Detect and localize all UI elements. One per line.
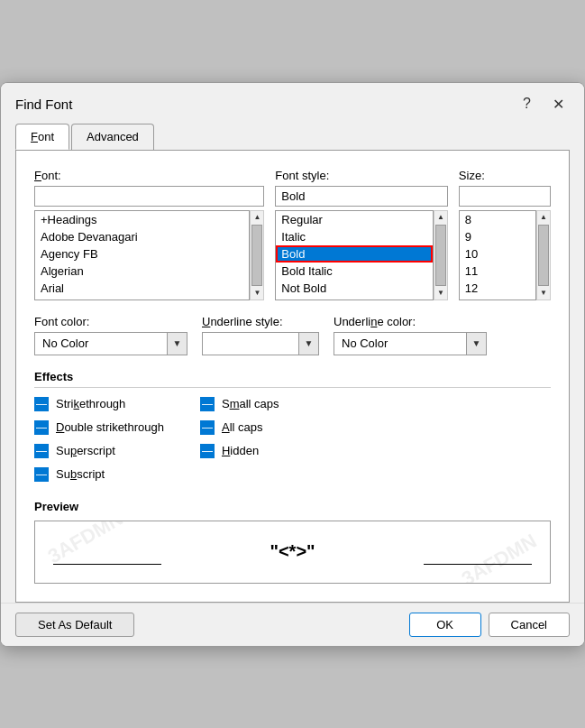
tab-font-label: Font bbox=[31, 130, 54, 143]
font-color-group: Font color: No Color ▼ bbox=[34, 315, 187, 355]
list-item[interactable]: Regular bbox=[276, 211, 433, 228]
find-font-dialog: Find Font ? ✕ Font Advanced Font: bbox=[0, 82, 585, 647]
list-item[interactable]: Bold Italic bbox=[276, 263, 433, 280]
style-group: Font style: Regular Italic Bold Bold Ita… bbox=[275, 169, 448, 300]
effects-col-left: — Strikethrough — Double strikethrough —… bbox=[34, 397, 164, 482]
style-scrollbar[interactable]: ▲ ▼ bbox=[434, 210, 448, 300]
size-list-area: 8 9 10 11 12 ▲ ▼ bbox=[459, 210, 551, 300]
small-caps-label: Small caps bbox=[222, 397, 279, 410]
size-input[interactable] bbox=[459, 186, 551, 207]
font-listbox[interactable]: +Headings Adobe Devanagari Agency FB Alg… bbox=[34, 210, 250, 300]
subscript-label: Subscript bbox=[56, 467, 105, 481]
style-list-area: Regular Italic Bold Bold Italic Not Bold… bbox=[275, 210, 448, 300]
list-item[interactable]: 12 bbox=[460, 280, 535, 297]
strikethrough-checkbox[interactable]: — bbox=[34, 397, 49, 411]
underline-color-value: No Color bbox=[334, 334, 466, 353]
list-item[interactable]: 9 bbox=[460, 228, 535, 245]
list-item[interactable]: Algerian bbox=[35, 263, 249, 280]
scroll-thumb[interactable] bbox=[251, 225, 262, 286]
underline-style-arrow[interactable]: ▼ bbox=[298, 333, 318, 355]
font-scrollbar[interactable]: ▲ ▼ bbox=[250, 210, 264, 300]
tab-advanced[interactable]: Advanced bbox=[71, 124, 154, 150]
size-group: Size: 8 9 10 11 12 ▲ ▼ bbox=[459, 169, 551, 300]
style-listbox[interactable]: Regular Italic Bold Bold Italic Not Bold bbox=[275, 210, 434, 300]
font-label: Font: bbox=[34, 169, 264, 182]
size-scrollbar[interactable]: ▲ ▼ bbox=[536, 210, 551, 300]
size-listbox[interactable]: 8 9 10 11 12 bbox=[459, 210, 536, 300]
list-item[interactable]: 10 bbox=[460, 245, 535, 263]
hidden-checkbox[interactable]: — bbox=[200, 444, 215, 458]
double-strikethrough-label: Double strikethrough bbox=[56, 420, 164, 434]
tab-advanced-label: Advanced bbox=[87, 130, 139, 143]
style-input[interactable] bbox=[275, 186, 448, 207]
underline-color-group: Underline color: No Color ▼ bbox=[334, 315, 487, 355]
dialog-footer: Set As Default OK Cancel bbox=[1, 603, 584, 646]
strikethrough-label: Strikethrough bbox=[56, 397, 125, 410]
effect-small-caps[interactable]: — Small caps bbox=[200, 397, 279, 411]
hidden-label: Hidden bbox=[222, 444, 259, 457]
list-item[interactable]: 8 bbox=[460, 211, 535, 228]
preview-line-left bbox=[53, 564, 161, 565]
watermark-1: 3AFDMN bbox=[44, 521, 127, 568]
dialog-title: Find Font bbox=[15, 97, 72, 112]
effect-subscript[interactable]: — Subscript bbox=[34, 467, 164, 482]
list-item[interactable]: +Headings bbox=[35, 211, 249, 228]
tabs: Font Advanced bbox=[1, 115, 584, 150]
style-label: Font style: bbox=[275, 169, 448, 182]
scroll-down-arrow[interactable]: ▼ bbox=[251, 287, 263, 299]
list-item[interactable]: Arial bbox=[35, 280, 249, 297]
scroll-down-arrow[interactable]: ▼ bbox=[434, 287, 447, 299]
font-input[interactable] bbox=[34, 186, 264, 207]
underline-style-dropdown[interactable]: ▼ bbox=[202, 332, 319, 355]
list-item[interactable]: Not Bold bbox=[276, 280, 433, 297]
preview-section: Preview 3AFDMN 3AFDMN "<*>" bbox=[34, 500, 551, 584]
close-button[interactable]: ✕ bbox=[547, 94, 570, 115]
superscript-label: Superscript bbox=[56, 444, 115, 457]
font-color-arrow[interactable]: ▼ bbox=[167, 333, 187, 355]
list-item[interactable]: 11 bbox=[460, 263, 535, 280]
list-item[interactable]: Agency FB bbox=[35, 245, 249, 263]
dialog-body: Font: +Headings Adobe Devanagari Agency … bbox=[15, 150, 570, 603]
set-default-button[interactable]: Set As Default bbox=[15, 613, 134, 637]
color-row: Font color: No Color ▼ Underline style: … bbox=[34, 315, 551, 355]
font-list-area: +Headings Adobe Devanagari Agency FB Alg… bbox=[34, 210, 264, 300]
effect-strikethrough[interactable]: — Strikethrough bbox=[34, 397, 164, 411]
scroll-up-arrow[interactable]: ▲ bbox=[251, 211, 263, 224]
effect-all-caps[interactable]: — All caps bbox=[200, 420, 279, 435]
scroll-down-arrow[interactable]: ▼ bbox=[537, 287, 550, 299]
preview-text: "<*>" bbox=[270, 541, 315, 562]
preview-title: Preview bbox=[34, 500, 551, 513]
double-strikethrough-checkbox[interactable]: — bbox=[34, 420, 49, 435]
title-bar-right: ? ✕ bbox=[517, 94, 570, 115]
underline-color-dropdown[interactable]: No Color ▼ bbox=[334, 332, 487, 355]
size-label: Size: bbox=[459, 169, 551, 182]
preview-line-right bbox=[424, 564, 532, 565]
all-caps-checkbox[interactable]: — bbox=[200, 420, 215, 435]
subscript-checkbox[interactable]: — bbox=[34, 467, 49, 482]
small-caps-checkbox[interactable]: — bbox=[200, 397, 215, 411]
effect-hidden[interactable]: — Hidden bbox=[200, 444, 279, 458]
help-button[interactable]: ? bbox=[517, 94, 536, 114]
footer-left: Set As Default bbox=[15, 613, 134, 637]
scroll-thumb[interactable] bbox=[435, 225, 446, 286]
effect-superscript[interactable]: — Superscript bbox=[34, 444, 164, 458]
effects-col-right: — Small caps — All caps — Hidden bbox=[200, 397, 279, 482]
font-color-value: No Color bbox=[35, 334, 167, 353]
effect-double-strikethrough[interactable]: — Double strikethrough bbox=[34, 420, 164, 435]
tab-font[interactable]: Font bbox=[15, 124, 69, 150]
list-item[interactable]: Italic bbox=[276, 228, 433, 245]
preview-box: 3AFDMN 3AFDMN "<*>" bbox=[34, 521, 551, 584]
title-bar-left: Find Font bbox=[15, 97, 72, 112]
list-item[interactable]: Adobe Devanagari bbox=[35, 228, 249, 245]
superscript-checkbox[interactable]: — bbox=[34, 444, 49, 458]
list-item-bold[interactable]: Bold bbox=[276, 245, 433, 263]
cancel-button[interactable]: Cancel bbox=[489, 613, 570, 637]
font-color-label: Font color: bbox=[34, 315, 187, 328]
underline-style-label: Underline style: bbox=[202, 315, 319, 328]
scroll-up-arrow[interactable]: ▲ bbox=[537, 211, 550, 224]
underline-color-arrow[interactable]: ▼ bbox=[466, 333, 486, 355]
scroll-up-arrow[interactable]: ▲ bbox=[434, 211, 447, 224]
scroll-thumb[interactable] bbox=[538, 225, 549, 286]
font-color-dropdown[interactable]: No Color ▼ bbox=[34, 332, 187, 355]
ok-button[interactable]: OK bbox=[409, 613, 481, 637]
